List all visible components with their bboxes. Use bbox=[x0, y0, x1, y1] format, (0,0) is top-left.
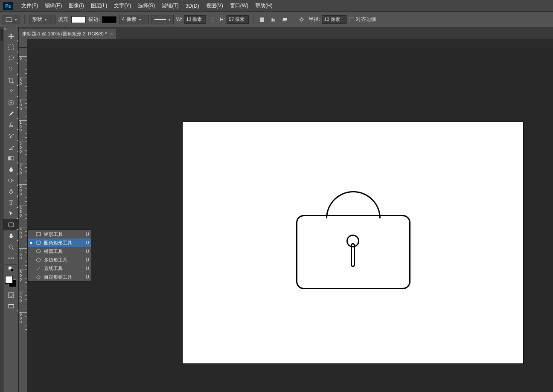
blur-tool[interactable] bbox=[3, 164, 19, 175]
close-icon[interactable]: × bbox=[110, 31, 113, 36]
left-dock-strip[interactable] bbox=[0, 27, 3, 392]
gradient-tool[interactable] bbox=[3, 153, 19, 164]
svg-rect-2 bbox=[6, 17, 12, 22]
lock-shackle-shape[interactable] bbox=[326, 191, 381, 218]
crop-tool[interactable] bbox=[3, 75, 19, 86]
fill-label: 填充: bbox=[58, 16, 70, 23]
shape-option-shortcut: U bbox=[86, 257, 89, 262]
screenmode-toggle[interactable] bbox=[3, 301, 19, 312]
poly-icon bbox=[35, 257, 41, 262]
active-tool-preview[interactable]: ▾ bbox=[3, 15, 20, 24]
pen-tool[interactable] bbox=[3, 186, 19, 197]
menu-image[interactable]: 图像(I) bbox=[65, 0, 87, 11]
menu-window[interactable]: 窗口(W) bbox=[227, 0, 252, 11]
lasso-tool[interactable] bbox=[3, 53, 19, 64]
document-canvas[interactable] bbox=[183, 122, 523, 363]
edit-toolbar[interactable] bbox=[3, 253, 19, 264]
menu-select[interactable]: 选择(S) bbox=[134, 0, 158, 11]
healing-brush-tool[interactable] bbox=[3, 97, 19, 108]
menu-view[interactable]: 视图(V) bbox=[203, 0, 227, 11]
gear-icon[interactable] bbox=[297, 15, 306, 24]
lock-keyhole-slot[interactable] bbox=[351, 243, 355, 267]
shape-option-shortcut: U bbox=[86, 274, 89, 279]
hand-tool[interactable] bbox=[3, 230, 19, 241]
default-fgbg-icon[interactable] bbox=[3, 266, 19, 273]
fg-bg-swatch[interactable] bbox=[3, 274, 19, 290]
magic-wand-tool[interactable] bbox=[3, 64, 19, 75]
fill-swatch[interactable] bbox=[71, 16, 86, 23]
custom-icon bbox=[35, 274, 41, 279]
tool-mode-select[interactable]: 形状▾ bbox=[29, 15, 55, 24]
menu-edit[interactable]: 编辑(E) bbox=[41, 0, 65, 11]
toolbox-grip[interactable] bbox=[3, 27, 18, 31]
rounded-rect-icon bbox=[6, 17, 12, 22]
marquee-tool[interactable] bbox=[3, 42, 19, 53]
brush-tool[interactable] bbox=[3, 108, 19, 119]
shape-option-label: 圆角矩形工具 bbox=[44, 240, 83, 246]
dodge-tool[interactable] bbox=[3, 175, 19, 186]
menu-layer[interactable]: 图层(L) bbox=[87, 0, 111, 11]
path-ops-icon[interactable] bbox=[258, 15, 266, 24]
eyedropper-tool[interactable] bbox=[3, 86, 19, 97]
height-input[interactable]: 57 像素 bbox=[227, 15, 249, 24]
stroke-width-select[interactable]: 4 像素▾ bbox=[119, 15, 149, 24]
path-select-tool[interactable] bbox=[3, 208, 19, 219]
document-tab[interactable]: 未标题-1 @ 100% (圆角矩形 2, RGB/8) * × bbox=[19, 29, 117, 39]
rect-icon bbox=[35, 232, 41, 237]
vertical-ruler[interactable]: 050100150200250300350400450500550600 bbox=[19, 48, 27, 392]
menu-file[interactable]: 文件(F) bbox=[18, 0, 41, 11]
shape-option-poly[interactable]: 多边形工具U bbox=[28, 256, 91, 264]
svg-rect-12 bbox=[9, 223, 14, 227]
options-bar: ▾ 形状▾ 填充: 描边: 4 像素▾ ▾ W: 13 像素 H: 57 像素 … bbox=[0, 12, 553, 27]
menu-filter[interactable]: 滤镜(T) bbox=[158, 0, 182, 11]
zoom-tool[interactable] bbox=[3, 241, 19, 253]
link-wh-icon[interactable] bbox=[209, 15, 217, 24]
shape-option-rect[interactable]: 矩形工具U bbox=[28, 230, 91, 238]
path-arrange-icon[interactable] bbox=[280, 15, 288, 24]
ruler-origin[interactable] bbox=[19, 39, 27, 48]
shape-option-shortcut: U bbox=[86, 266, 89, 271]
clone-stamp-tool[interactable] bbox=[3, 119, 19, 131]
align-edges-label: 对齐边缘 bbox=[356, 16, 376, 23]
shape-option-label: 直线工具 bbox=[44, 265, 83, 272]
document-tab-strip: 未标题-1 @ 100% (圆角矩形 2, RGB/8) * × bbox=[19, 27, 553, 39]
document-tab-label: 未标题-1 @ 100% (圆角矩形 2, RGB/8) * bbox=[22, 31, 107, 37]
path-align-icon[interactable] bbox=[269, 15, 277, 24]
caret-icon: ▾ bbox=[15, 17, 17, 22]
shape-option-shortcut: U bbox=[86, 240, 89, 245]
shape-option-line[interactable]: 直线工具U bbox=[28, 264, 91, 273]
history-brush-tool[interactable] bbox=[3, 131, 19, 142]
move-tool[interactable] bbox=[3, 31, 19, 42]
shape-tool[interactable] bbox=[3, 219, 19, 230]
menu-3d[interactable]: 3D(D) bbox=[182, 1, 203, 11]
shape-option-label: 矩形工具 bbox=[44, 231, 83, 238]
stroke-label: 描边: bbox=[88, 16, 100, 23]
quickmask-toggle[interactable] bbox=[3, 290, 19, 301]
menu-type[interactable]: 文字(Y) bbox=[111, 0, 134, 11]
selected-mark-icon: ■ bbox=[29, 241, 33, 245]
shape-option-label: 多边形工具 bbox=[44, 257, 83, 263]
menu-help[interactable]: 帮助(H) bbox=[252, 0, 276, 11]
svg-line-27 bbox=[37, 267, 40, 270]
width-input[interactable]: 13 像素 bbox=[184, 15, 206, 24]
eraser-tool[interactable] bbox=[3, 142, 19, 153]
canvas-area[interactable]: 矩形工具U■圆角矩形工具U椭圆工具U多边形工具U直线工具U自定形状工具U bbox=[27, 48, 553, 392]
shape-option-shortcut: U bbox=[86, 249, 89, 254]
stroke-style-select[interactable]: ▾ bbox=[151, 15, 174, 24]
ellipse-icon bbox=[35, 249, 41, 254]
type-tool[interactable]: T bbox=[3, 197, 19, 208]
radius-input[interactable]: 10 像素 bbox=[322, 15, 346, 24]
align-edges-checkbox[interactable] bbox=[349, 17, 354, 22]
stroke-swatch[interactable] bbox=[102, 16, 116, 23]
fg-color-swatch[interactable] bbox=[5, 276, 13, 284]
shape-option-ellipse[interactable]: 椭圆工具U bbox=[28, 247, 91, 256]
svg-rect-9 bbox=[9, 157, 14, 160]
height-label: H: bbox=[220, 17, 225, 23]
radius-label: 半径: bbox=[309, 16, 320, 23]
shape-option-custom[interactable]: 自定形状工具U bbox=[28, 273, 91, 281]
menu-bar: Ps 文件(F) 编辑(E) 图像(I) 图层(L) 文字(Y) 选择(S) 滤… bbox=[0, 0, 553, 12]
shape-option-rrect[interactable]: ■圆角矩形工具U bbox=[28, 238, 91, 247]
svg-point-15 bbox=[11, 258, 12, 259]
svg-point-6 bbox=[300, 18, 303, 21]
shape-option-label: 椭圆工具 bbox=[44, 248, 83, 255]
